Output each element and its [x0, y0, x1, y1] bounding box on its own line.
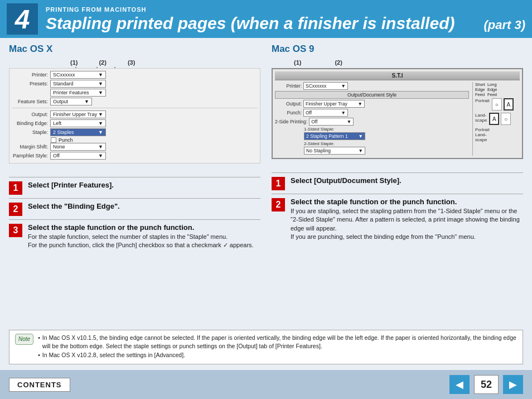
staple-label: Staple: — [12, 129, 48, 135]
pamphlet-style-select[interactable]: Off▼ — [50, 152, 106, 160]
mac9-printer-row: Printer: SCxxxxxx▼ — [275, 82, 469, 90]
mac9-step-1-num: 1 — [272, 177, 285, 190]
staple-select[interactable]: 2 Staples▼ — [50, 128, 106, 136]
step-2-num: 2 — [9, 203, 22, 216]
landscape-bottom-label: Land-scape — [475, 132, 520, 142]
mac9-onesided-label: 1-Sided Staple: — [304, 127, 469, 132]
mac9-printer-label: Printer: — [275, 83, 302, 89]
printer-label: Printer: — [12, 72, 48, 78]
mac9-annotation-2: (2) — [335, 59, 342, 66]
macosx-column: Mac OS X (1) (2) (3) Pri — [9, 44, 260, 326]
step-1-num: 1 — [9, 181, 22, 195]
page-footer: CONTENTS ◀ 52 ▶ — [0, 370, 532, 399]
printer-select[interactable]: SCxxxxxx▼ — [50, 71, 106, 79]
mac9-output-select[interactable]: Finisher Upper Tray▼ — [303, 100, 365, 108]
step-3: 3 Select the staple function or the punc… — [9, 219, 260, 253]
mac9-twosided-staple-label: 2-Sided Staple: — [304, 141, 469, 146]
page-number: 52 — [474, 375, 499, 394]
macosx-screenshot: Printer: SCxxxxxx▼ Presets: Standard▼ Pr… — [9, 68, 260, 164]
step-1-content: Select [Printer Features]. — [28, 181, 260, 190]
macosx-title: Mac OS X — [9, 44, 260, 55]
portrait-row: Portrait ○ A — [475, 98, 520, 110]
contents-button[interactable]: CONTENTS — [9, 378, 70, 392]
mac9-step-2-content: Select the staple function or the punch … — [291, 198, 523, 242]
presets-row: Presets: Standard▼ — [12, 80, 258, 88]
step-2-content: Select the "Binding Edge". — [28, 202, 260, 211]
step-3-num: 3 — [9, 224, 22, 237]
punch-row: Punch — [51, 137, 258, 143]
margin-shift-select[interactable]: None▼ — [50, 143, 106, 151]
macos9-annotations: (1) (2) — [294, 59, 342, 66]
output-select[interactable]: Finisher Upper Tray▼ — [50, 110, 106, 118]
mac9-doc-style-btn[interactable]: Output/Document Style — [275, 91, 469, 99]
feature-sets-label: Feature Sets: — [12, 99, 48, 104]
step-3-body: For the staple function, select the numb… — [28, 233, 260, 250]
mac9-twosided-row: 2-Side Printing: Off▼ — [275, 118, 469, 126]
mac9-output-label: Output: — [275, 101, 302, 107]
header-part: (part 3) — [483, 18, 525, 35]
mac9-printer-select[interactable]: SCxxxxxx▼ — [303, 82, 348, 90]
mac9-left-panel: Printer: SCxxxxxx▼ Output/Document Style… — [275, 82, 469, 156]
landscape-label: Land-scape — [475, 113, 487, 125]
annotation-lines — [65, 59, 187, 68]
feature-sets-select[interactable]: Output▼ — [50, 98, 92, 105]
presets-label: Presets: — [12, 81, 48, 86]
step-2-title: Select the "Binding Edge". — [28, 202, 260, 210]
step-3-content: Select the staple function or the punch … — [28, 223, 260, 250]
margin-shift-label: Margin Shift: — [12, 144, 48, 150]
step-1-title: Select [Printer Features]. — [28, 181, 260, 189]
mac9-staple1-row: 2 Stapling Pattern 1▼ — [275, 132, 469, 140]
punch-checkbox[interactable] — [51, 137, 56, 143]
long-feed-label: LongEdgeFeed — [487, 82, 497, 97]
note-icon: Note — [15, 334, 33, 345]
mac9-right-panel: ShortEdgeFeed LongEdgeFeed Portrait ○ A — [472, 82, 520, 156]
mac9-staple2-row: No Stapling▼ — [275, 147, 469, 155]
binding-edge-select[interactable]: Left▼ — [50, 119, 106, 127]
portrait-bottom-label: Portrait — [475, 127, 520, 132]
printer-features-select[interactable]: Printer Features▼ — [50, 89, 106, 97]
main-content: Mac OS X (1) (2) (3) Pri — [0, 38, 532, 370]
mac9-step-1: 1 Select [Output/Document Style]. — [272, 172, 523, 194]
output-label: Output: — [12, 112, 48, 117]
macos9-column: Mac OS 9 (1) (2) S.T.I Printer: SCxxxxxx… — [272, 44, 523, 326]
punch-label: Punch — [59, 137, 73, 143]
note-box: Note In Mac OS X v10.1.5, the binding ed… — [9, 330, 523, 364]
mac9-staple2-select[interactable]: No Stapling▼ — [304, 147, 365, 155]
page-header: 4 PRINTING FROM MACINTOSH Stapling print… — [0, 0, 532, 38]
mac9-twosided-select[interactable]: Off▼ — [309, 118, 354, 126]
mac9-annotation-1: (1) — [294, 59, 301, 66]
next-button[interactable]: ▶ — [503, 375, 523, 394]
printer-row: Printer: SCxxxxxx▼ — [12, 71, 258, 79]
landscape-row: Land-scape A ○ — [475, 113, 520, 125]
printer-features-row: Printer Features▼ — [12, 89, 258, 97]
mac9-staple1-select[interactable]: 2 Stapling Pattern 1▼ — [304, 132, 365, 140]
mac9-body: Printer: SCxxxxxx▼ Output/Document Style… — [275, 82, 520, 156]
mac9-header-bar: S.T.I — [275, 71, 520, 80]
step-3-title: Select the staple function or the punch … — [28, 223, 260, 232]
header-text: PRINTING FROM MACINTOSH Stapling printed… — [46, 6, 475, 32]
landscape-icon-1[interactable]: A — [489, 113, 499, 125]
mac9-punch-select[interactable]: Off▼ — [303, 109, 348, 117]
macos9-screenshot: S.T.I Printer: SCxxxxxx▼ Output/Document… — [272, 68, 523, 159]
portrait-icons: ○ A — [492, 98, 514, 110]
mac9-punch-row: Punch: Off▼ — [275, 109, 469, 117]
footer-nav: ◀ 52 ▶ — [449, 375, 523, 394]
output-row: Output: Finisher Upper Tray▼ — [12, 110, 258, 118]
landscape-icons: A ○ — [489, 113, 511, 125]
portrait-label: Portrait — [475, 98, 490, 110]
short-feed-label: ShortEdgeFeed — [475, 82, 485, 97]
landscape-icon-2[interactable]: ○ — [501, 113, 511, 125]
step-2: 2 Select the "Binding Edge". — [9, 198, 260, 219]
presets-select[interactable]: Standard▼ — [50, 80, 106, 88]
mac9-step-2-title: Select the staple function or the punch … — [291, 198, 523, 206]
portrait-icon-1[interactable]: ○ — [492, 98, 502, 110]
feature-sets-row: Feature Sets: Output▼ — [12, 98, 258, 105]
mac9-punch-label: Punch: — [275, 110, 302, 116]
prev-button[interactable]: ◀ — [449, 375, 470, 394]
staple-row: Staple: 2 Staples▼ — [12, 128, 258, 136]
portrait-icon-2[interactable]: A — [504, 98, 514, 110]
margin-shift-row: Margin Shift: None▼ — [12, 143, 258, 151]
chapter-number: 4 — [7, 3, 38, 35]
mac9-twosided-label: 2-Side Printing: — [275, 119, 307, 124]
columns: Mac OS X (1) (2) (3) Pri — [9, 44, 523, 326]
